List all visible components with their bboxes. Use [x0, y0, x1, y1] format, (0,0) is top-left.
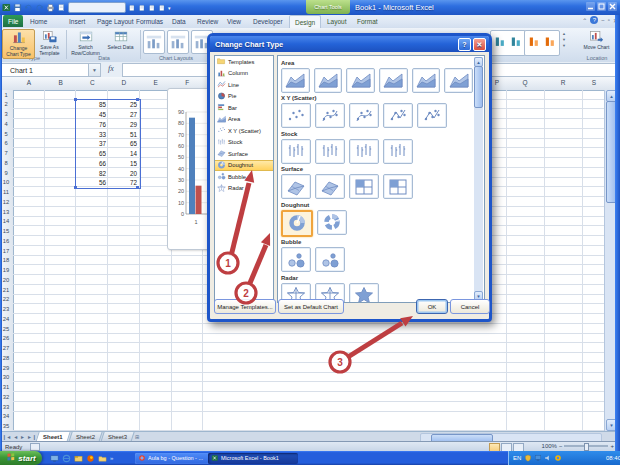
selection-handle[interactable] [136, 98, 139, 101]
column-header-A[interactable]: A [27, 79, 31, 86]
pin-ribbon-icon[interactable]: ⌃ [582, 17, 587, 24]
bubble-subtype-icon[interactable] [281, 247, 311, 272]
close-icon[interactable]: ✕ [473, 38, 486, 51]
qat-view2-icon[interactable] [138, 4, 146, 12]
macro-record-icon[interactable] [30, 443, 40, 451]
cancel-button[interactable]: Cancel [450, 299, 490, 314]
chart-type-templates[interactable]: Templates [215, 56, 273, 68]
save-icon[interactable] [13, 3, 22, 12]
qat-customize-icon[interactable]: ▾ [168, 5, 171, 11]
chart-layout-thumb[interactable] [167, 30, 189, 54]
firefox-icon[interactable] [86, 449, 95, 465]
zoom-slider[interactable] [564, 445, 608, 447]
language-indicator[interactable]: EN [513, 455, 521, 461]
insert-worksheet-icon[interactable]: ⊞ [135, 434, 139, 440]
tab-layout[interactable]: Layout [322, 15, 352, 27]
scatter-line-subtype-icon[interactable] [383, 103, 413, 128]
switch-row-column-button[interactable]: Switch Row/Column [70, 29, 101, 57]
chart-type-x-y-scatter-[interactable]: X Y (Scatter) [215, 125, 273, 137]
dialog-scroll-thumb[interactable] [474, 66, 483, 108]
chart-type-bar[interactable]: Bar [215, 102, 273, 114]
surface-subtype-icon[interactable] [315, 174, 345, 199]
close-icon[interactable] [608, 2, 617, 11]
excel-logo-icon[interactable] [2, 3, 11, 12]
manage-templates-button[interactable]: Manage Templates... [214, 299, 276, 314]
next-sheet-icon[interactable]: ► [20, 434, 25, 440]
maximize-icon[interactable] [597, 2, 606, 11]
scatter-subtype-icon[interactable] [281, 103, 311, 128]
chart-type-pie[interactable]: Pie [215, 91, 273, 103]
print-preview-icon[interactable] [46, 3, 55, 12]
column-header-C[interactable]: C [90, 79, 95, 86]
selection-handle[interactable] [136, 186, 139, 189]
desktop-icon[interactable] [50, 449, 59, 465]
styles-gallery-scroll[interactable]: ▲ ▼ ▼ [562, 31, 566, 48]
area-subtype-icon[interactable] [281, 68, 310, 93]
surface-top-subtype-icon[interactable] [349, 174, 379, 199]
bubble-subtype-icon[interactable] [315, 247, 345, 272]
scatter-smooth-subtype-icon[interactable] [349, 103, 379, 128]
chart-type-doughnut[interactable]: Doughnut [215, 160, 273, 172]
scroll-up-icon[interactable]: ▲ [562, 31, 566, 36]
stock-subtype-icon[interactable] [383, 139, 413, 164]
previous-sheet-icon[interactable]: ◄ [13, 434, 18, 440]
doughnut-exploded-subtype-icon[interactable] [317, 210, 347, 235]
tab-design[interactable]: Design [289, 15, 321, 28]
ie-icon[interactable] [62, 449, 71, 465]
scatter-line-subtype-icon[interactable] [417, 103, 447, 128]
qat-view3-icon[interactable] [148, 4, 156, 12]
folder-icon[interactable] [98, 449, 107, 465]
change-chart-type-button[interactable]: Change Chart Type [2, 29, 35, 59]
chart-type-area[interactable]: Area [215, 114, 273, 126]
column-header-Q[interactable]: Q [522, 79, 527, 86]
restore-window-icon[interactable]: ▫ [608, 17, 610, 23]
selection-handle[interactable] [74, 98, 77, 101]
tab-review[interactable]: Review [192, 15, 223, 27]
qat-view1-icon[interactable] [128, 4, 136, 12]
doughnut-subtype-icon[interactable] [281, 210, 313, 237]
selection-handle[interactable] [74, 186, 77, 189]
zoom-slider-knob[interactable] [584, 443, 589, 451]
set-default-button[interactable]: Set as Default Chart [278, 299, 344, 314]
selected-range-border[interactable] [75, 99, 141, 189]
tab-developer[interactable]: Developer [248, 15, 288, 27]
column-header-R[interactable]: R [561, 79, 566, 86]
name-box[interactable]: Chart 1 [1, 63, 97, 77]
quick-launch-overflow-icon[interactable]: » [110, 455, 113, 461]
chart-type-radar[interactable]: Radar [215, 183, 273, 195]
scroll-down-icon[interactable]: ▼ [562, 37, 566, 42]
shield-icon[interactable] [524, 454, 532, 463]
save-as-template-button[interactable]: Save As Template [34, 29, 65, 57]
surface-top-subtype-icon[interactable] [383, 174, 413, 199]
stock-subtype-icon[interactable] [281, 139, 311, 164]
tab-home[interactable]: Home [25, 15, 52, 27]
area-subtype-icon[interactable] [314, 68, 343, 93]
insert-function-icon[interactable]: fx [108, 64, 114, 73]
area-subtype-icon[interactable] [379, 68, 408, 93]
ok-button[interactable]: OK [416, 299, 448, 314]
network-icon[interactable] [534, 454, 542, 463]
document-icon[interactable] [57, 3, 66, 12]
undo-icon[interactable] [24, 3, 33, 12]
task-button-1[interactable]: Aula bg - Question - ... [135, 453, 209, 464]
chrome-tray-icon[interactable] [554, 454, 562, 463]
column-header-P[interactable]: P [495, 79, 499, 86]
area-subtype-icon[interactable] [346, 68, 375, 93]
minimize-window-icon[interactable]: − [601, 17, 605, 23]
stock-subtype-icon[interactable] [315, 139, 345, 164]
tab-data[interactable]: Data [167, 15, 191, 27]
gallery-expand-icon[interactable]: ▼ [562, 43, 566, 48]
tab-insert[interactable]: Insert [64, 15, 90, 27]
minimize-icon[interactable] [586, 2, 595, 11]
stock-subtype-icon[interactable] [349, 139, 379, 164]
chart-layout-thumb[interactable] [143, 30, 165, 54]
area-subtype-icon[interactable] [444, 68, 473, 93]
tab-file[interactable]: File [3, 15, 23, 27]
qat-view4-icon[interactable] [158, 4, 166, 12]
dialog-scrollbar[interactable]: ▲ ▼ [474, 57, 483, 301]
explorer-icon[interactable] [74, 449, 83, 465]
tab-formulas[interactable]: Formulas [131, 15, 168, 27]
column-header-E[interactable]: E [153, 79, 157, 86]
start-button[interactable]: start [0, 451, 42, 465]
zoom-out-icon[interactable]: − [559, 443, 563, 449]
